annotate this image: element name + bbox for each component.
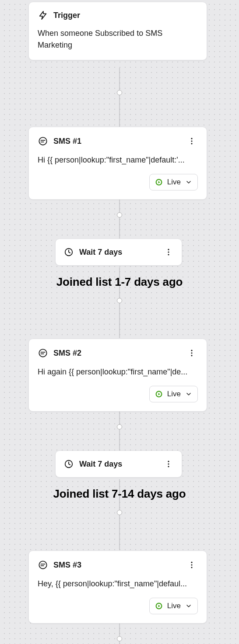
- chevron-down-icon: [185, 391, 192, 398]
- flow-connector-dot: [117, 424, 122, 429]
- status-dropdown[interactable]: Live: [149, 174, 198, 190]
- wait-card-title: Wait 7 days: [79, 460, 122, 469]
- flow-connector-dot: [117, 212, 122, 218]
- sms-card-1[interactable]: SMS #1 Hi {{ person|lookup:"first_name"|…: [28, 127, 207, 200]
- sms-body-preview: Hi again {{ person|lookup:"first_name"|d…: [38, 366, 198, 378]
- trigger-card[interactable]: Trigger When someone Subscribed to SMS M…: [28, 2, 207, 60]
- annotation-text: Joined list 7-14 days ago: [0, 487, 239, 501]
- sms-card-title: SMS #2: [53, 349, 81, 358]
- more-options-button[interactable]: [186, 559, 198, 571]
- sms-card-title: SMS #3: [53, 561, 81, 570]
- play-status-icon: [155, 178, 163, 186]
- more-options-button[interactable]: [162, 458, 175, 470]
- wait-card-1[interactable]: Wait 7 days: [55, 239, 182, 266]
- status-label: Live: [167, 602, 181, 610]
- sms-body-preview: Hi {{ person|lookup:"first_name"|default…: [38, 154, 198, 166]
- status-dropdown[interactable]: Live: [149, 598, 198, 614]
- chevron-down-icon: [185, 179, 192, 186]
- sms-icon: [38, 348, 48, 358]
- play-status-icon: [155, 602, 163, 610]
- status-label: Live: [167, 390, 181, 398]
- trigger-title: Trigger: [53, 11, 80, 20]
- sms-card-3[interactable]: SMS #3 Hey, {{ person|lookup:"first_name…: [28, 551, 207, 623]
- wait-card-2[interactable]: Wait 7 days: [55, 450, 182, 478]
- more-options-button[interactable]: [162, 246, 175, 258]
- wait-card-title: Wait 7 days: [79, 248, 122, 257]
- annotation-text: Joined list 1-7 days ago: [0, 275, 239, 289]
- flow-connector-dot: [117, 90, 122, 95]
- clock-icon: [63, 247, 74, 257]
- sms-card-title: SMS #1: [53, 137, 81, 146]
- sms-card-2[interactable]: SMS #2 Hi again {{ person|lookup:"first_…: [28, 339, 207, 412]
- play-status-icon: [155, 390, 163, 398]
- sms-icon: [38, 136, 48, 146]
- flow-connector-dot: [117, 298, 122, 303]
- lightning-icon: [38, 10, 48, 21]
- flow-connector-dot: [117, 636, 122, 641]
- sms-body-preview: Hey, {{ person|lookup:"first_name"|defau…: [38, 578, 198, 590]
- clock-icon: [63, 459, 74, 469]
- sms-icon: [38, 560, 48, 570]
- more-options-button[interactable]: [186, 135, 198, 147]
- more-options-button[interactable]: [186, 347, 198, 359]
- chevron-down-icon: [185, 602, 192, 609]
- status-dropdown[interactable]: Live: [149, 386, 198, 402]
- trigger-description: When someone Subscribed to SMS Marketing: [38, 28, 198, 51]
- status-label: Live: [167, 178, 181, 187]
- flow-connector-dot: [117, 510, 122, 515]
